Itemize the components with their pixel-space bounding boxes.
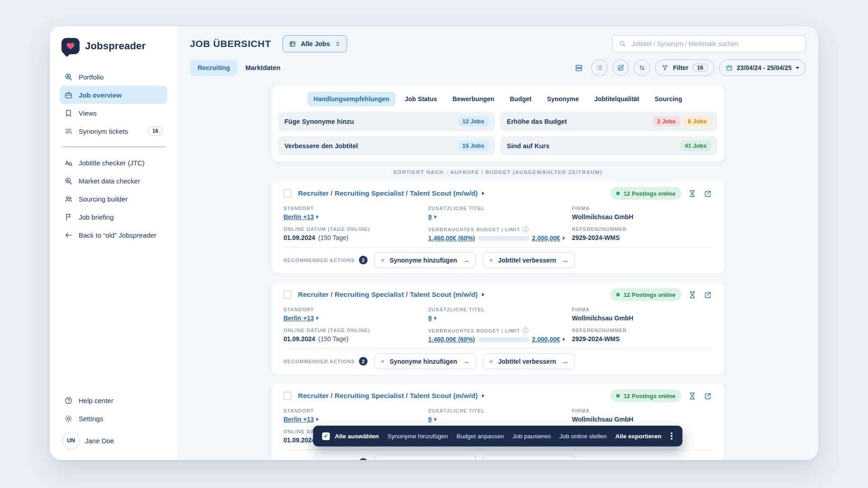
sidebar-item-job-briefing[interactable]: Job briefing	[60, 208, 167, 226]
arrow-right-icon[interactable]: →	[561, 256, 569, 264]
extra-titles-link[interactable]: 9	[428, 213, 572, 221]
sidebar-item-market-data-checker[interactable]: Market data checker	[60, 172, 167, 190]
dismiss-icon[interactable]: ×	[489, 358, 493, 365]
sidebar-item-help-center[interactable]: Help center	[60, 391, 167, 409]
tab-sourcing[interactable]: Sourcing	[648, 92, 689, 106]
job-title: Recruiter / Recruiting Specialist / Tale…	[298, 291, 478, 299]
dismiss-icon[interactable]: ×	[489, 459, 493, 460]
user-profile[interactable]: UN Jane Doe	[60, 427, 167, 449]
sidebar-item-back-to-old[interactable]: Back to “old” Jobspreader	[60, 226, 167, 244]
card-view-button[interactable]	[571, 60, 586, 75]
job-title-link[interactable]: Recruiter / Recruiting Specialist / Tale…	[298, 392, 485, 400]
bulk-add-synonyms-button[interactable]: Synonyme hinzufügen	[387, 433, 448, 440]
tab-handlungsempfehlungen[interactable]: Handlungsempfehlungen	[307, 92, 396, 106]
open-external-button[interactable]	[703, 392, 712, 400]
budget-limit-link[interactable]: 2.000,00€	[532, 336, 565, 343]
budget-spent-link[interactable]: 1.460,00€ (60%)	[428, 336, 475, 343]
main-area: JOB ÜBERSICHT Alle Jobs Recruiting Markt…	[177, 26, 818, 460]
job-select-checkbox[interactable]	[283, 291, 292, 299]
budget-value: 1.460,00€ (60%) 2.000,00€	[428, 336, 572, 343]
open-external-button[interactable]	[703, 189, 712, 198]
tab-bewerbungen[interactable]: Bewerbungen	[446, 92, 501, 106]
arrow-right-icon[interactable]: →	[462, 459, 470, 460]
tab-job-status[interactable]: Job Status	[398, 92, 443, 106]
jobs-count-badge: 15 Jobs	[458, 141, 489, 151]
tab-recruiting[interactable]: Recruiting	[190, 60, 238, 76]
location-link[interactable]: Berlin +13	[283, 416, 428, 423]
hourglass-button[interactable]	[688, 189, 697, 198]
location-link[interactable]: Berlin +13	[283, 314, 428, 322]
bulk-publish-job-button[interactable]: Job online stellen	[560, 433, 607, 440]
sidebar-item-label: Portfolio	[79, 73, 104, 81]
select-all-checkbox[interactable]: ✓	[322, 432, 330, 440]
info-icon[interactable]: i	[523, 328, 528, 333]
job-select-checkbox[interactable]	[283, 189, 292, 197]
search-input[interactable]	[631, 40, 799, 48]
sort-button[interactable]	[634, 60, 650, 76]
tab-synonyme[interactable]: Synonyme	[541, 92, 585, 106]
caret-right-icon	[434, 418, 437, 421]
job-title-link[interactable]: Recruiter / Recruiting Specialist / Tale…	[298, 189, 485, 197]
export-all-button[interactable]: Alle exportieren	[615, 433, 661, 440]
action-chip-add-synonyms[interactable]: × Synonyme hinzufügen →	[374, 455, 476, 460]
tab-budget[interactable]: Budget	[503, 92, 538, 106]
date-range-picker[interactable]: 23/04/24 - 25/04/25	[719, 60, 806, 76]
reco-add-synonyms[interactable]: Füge Synonyme hinzu 12 Jobs	[278, 112, 495, 131]
bulk-adjust-budget-button[interactable]: Budget anpassen	[457, 433, 504, 440]
kebab-menu-icon[interactable]	[670, 432, 674, 440]
field-budget: VERBRAUCHTES BUDGET | LIMIT i 1.460,00€ …	[428, 226, 572, 242]
job-card: Recruiter / Recruiting Specialist / Tale…	[272, 282, 724, 375]
tab-jobtitelqualitaet[interactable]: Jobtitelqualität	[588, 92, 646, 106]
action-chip-improve-jobtitle[interactable]: × Jobtitel verbessern →	[483, 353, 575, 369]
arrow-right-icon[interactable]: →	[462, 357, 470, 365]
hourglass-button[interactable]	[688, 392, 697, 400]
info-icon[interactable]: i	[523, 226, 528, 232]
action-chip-improve-jobtitle[interactable]: × Jobtitel verbessern →	[483, 455, 575, 460]
filter-button[interactable]: Filter 16	[655, 60, 714, 76]
list-view-button[interactable]	[591, 60, 608, 76]
sidebar-item-synonym-tickets[interactable]: Synonym tickets 16	[60, 122, 167, 140]
reco-on-track[interactable]: Sind auf Kurs 41 Jobs	[500, 136, 717, 155]
sidebar-nav: Portfolio Job overview Views Synonym tic…	[60, 68, 167, 244]
avatar[interactable]: UN	[62, 432, 80, 449]
sidebar-item-label: Jobtitle checker (JTC)	[79, 159, 145, 167]
bulk-pause-job-button[interactable]: Job pausieren	[513, 433, 551, 440]
budget-limit-link[interactable]: 2.000,00€	[532, 235, 565, 242]
job-select-checkbox[interactable]	[283, 392, 292, 400]
arrow-right-icon[interactable]: →	[561, 357, 569, 365]
sidebar-item-portfolio[interactable]: Portfolio	[60, 68, 167, 86]
dismiss-icon[interactable]: ×	[381, 459, 385, 460]
screen: Jobspreader Portfolio Job overview Views	[0, 0, 868, 488]
tab-marktdaten[interactable]: Marktdaten	[238, 60, 288, 76]
heart-chat-logo-icon	[61, 38, 80, 54]
online-date-value: 01.09.2024 (150 Tage)	[283, 335, 428, 343]
arrow-right-icon[interactable]: →	[561, 459, 569, 460]
sidebar-item-job-overview[interactable]: Job overview	[60, 86, 167, 104]
page-title: JOB ÜBERSICHT	[190, 38, 271, 49]
location-link[interactable]: Berlin +13	[283, 213, 428, 221]
sidebar-item-jobtitle-checker[interactable]: Jobtitle checker (JTC)	[60, 154, 167, 172]
dismiss-icon[interactable]: ×	[381, 257, 385, 263]
reco-improve-jobtitle[interactable]: Verbessere den Jobtitel 15 Jobs	[278, 136, 495, 155]
reco-increase-budget[interactable]: Erhöhe das Budget 2 Jobs 6 Jobs	[500, 112, 717, 131]
job-title-link[interactable]: Recruiter / Recruiting Specialist / Tale…	[298, 291, 485, 299]
action-chip-improve-jobtitle[interactable]: × Jobtitel verbessern →	[483, 252, 575, 268]
jobs-view-dropdown[interactable]: Alle Jobs	[283, 35, 347, 52]
sidebar-item-views[interactable]: Views	[60, 104, 167, 122]
budget-spent-link[interactable]: 1.460,00€ (60%)	[428, 235, 475, 242]
action-chip-add-synonyms[interactable]: × Synonyme hinzufügen →	[374, 353, 476, 369]
briefcase-icon	[64, 91, 73, 99]
caret-right-icon	[316, 418, 319, 421]
extra-titles-link[interactable]: 9	[428, 314, 572, 322]
action-chip-add-synonyms[interactable]: × Synonyme hinzufügen →	[374, 252, 476, 268]
sidebar-item-settings[interactable]: Settings	[60, 409, 167, 427]
arrow-right-icon[interactable]: →	[462, 256, 470, 264]
extra-titles-link[interactable]: 9	[428, 416, 572, 423]
hourglass-button[interactable]	[688, 291, 697, 299]
dismiss-icon[interactable]: ×	[489, 257, 493, 263]
sidebar-item-sourcing-builder[interactable]: Sourcing builder	[60, 190, 167, 208]
dismiss-icon[interactable]: ×	[381, 358, 385, 365]
open-external-button[interactable]	[703, 291, 712, 299]
edit-button[interactable]	[613, 60, 629, 76]
select-all-control[interactable]: ✓ Alle auswählen	[322, 432, 379, 440]
